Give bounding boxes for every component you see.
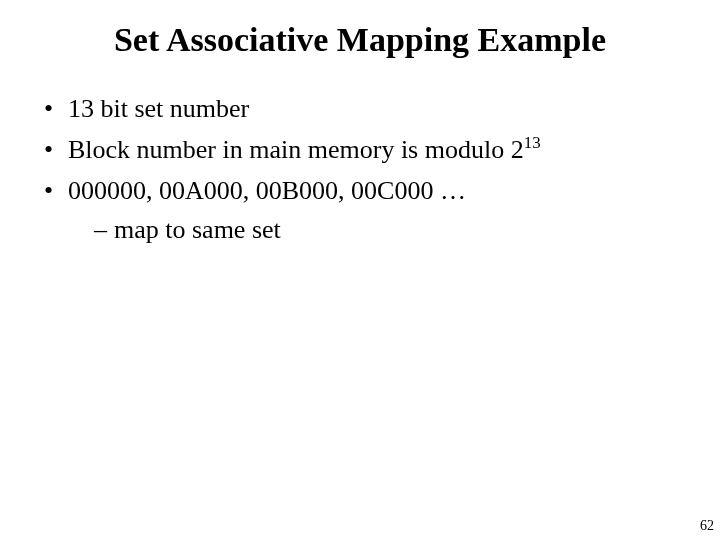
bullet-text-1: 13 bit set number: [68, 94, 249, 123]
bullet-item-2: Block number in main memory is modulo 21…: [40, 132, 690, 167]
sub-bullet-list: map to same set: [68, 212, 690, 247]
slide: Set Associative Mapping Example 13 bit s…: [0, 0, 720, 540]
bullet-text-2-pre: Block number in main memory is modulo 2: [68, 135, 524, 164]
bullet-item-3: 000000, 00A000, 00B000, 00C000 … map to …: [40, 173, 690, 247]
bullet-text-2-exp: 13: [524, 133, 541, 152]
sub-bullet-item-1: map to same set: [94, 212, 690, 247]
bullet-list: 13 bit set number Block number in main m…: [40, 91, 690, 247]
slide-body: 13 bit set number Block number in main m…: [0, 61, 720, 247]
page-number: 62: [700, 518, 714, 534]
bullet-item-1: 13 bit set number: [40, 91, 690, 126]
slide-title: Set Associative Mapping Example: [0, 0, 720, 61]
bullet-text-3: 000000, 00A000, 00B000, 00C000 …: [68, 176, 466, 205]
sub-bullet-text-1: map to same set: [114, 215, 281, 244]
